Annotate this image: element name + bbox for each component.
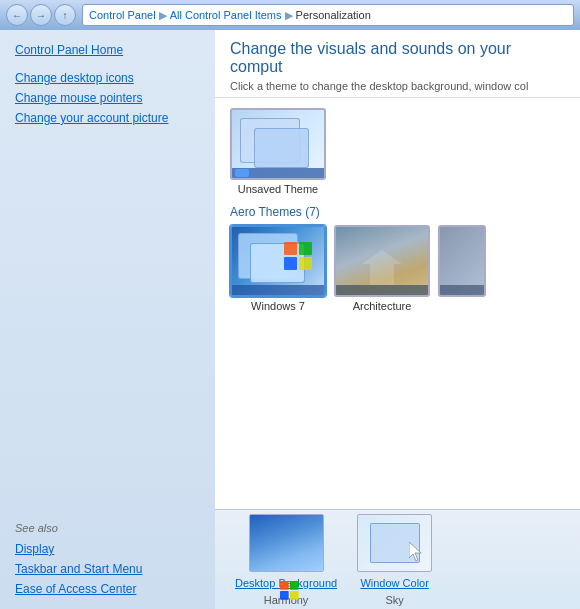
- up-button[interactable]: ↑: [54, 4, 76, 26]
- unsaved-theme-thumb[interactable]: [230, 108, 326, 180]
- cursor-indicator: [409, 542, 423, 565]
- sidebar-home-link[interactable]: Control Panel Home: [0, 40, 215, 60]
- bottom-toolbar: Desktop Background Harmony Wind: [215, 509, 580, 609]
- win7-taskbar: [232, 285, 324, 295]
- nav-buttons: ← → ↑: [6, 4, 76, 26]
- breadcrumb-control-panel[interactable]: Control Panel: [89, 9, 156, 21]
- sidebar-link-desktop-icons[interactable]: Change desktop icons: [0, 68, 215, 88]
- window-color-sublabel: Sky: [385, 594, 403, 606]
- themes-grid: Windows 7 Architecture: [230, 225, 565, 312]
- desktop-background-button[interactable]: Desktop Background Harmony: [235, 514, 337, 606]
- unsaved-section: Unsaved Theme: [230, 108, 565, 195]
- content-subtitle: Click a theme to change the desktop back…: [230, 80, 565, 92]
- content-title: Change the visuals and sounds on your co…: [230, 40, 565, 76]
- back-button[interactable]: ←: [6, 4, 28, 26]
- breadcrumb-current: Personalization: [296, 9, 371, 21]
- main-window: ← → ↑ Control Panel ▶ All Control Panel …: [0, 0, 580, 609]
- windows-flag-logo: [284, 242, 314, 272]
- svg-rect-1: [299, 242, 312, 255]
- sidebar-link-ease-access[interactable]: Ease of Access Center: [0, 579, 215, 599]
- svg-rect-3: [299, 257, 312, 270]
- content-panel: Change the visuals and sounds on your co…: [215, 30, 580, 609]
- aero-section: Aero Themes (7): [230, 205, 565, 312]
- unsaved-theme-item[interactable]: Unsaved Theme: [230, 108, 326, 195]
- architecture-theme-label: Architecture: [353, 300, 412, 312]
- forward-button[interactable]: →: [30, 4, 52, 26]
- windows7-theme-label: Windows 7: [251, 300, 305, 312]
- see-also-label: See also: [0, 512, 215, 539]
- desktop-background-thumb: [249, 514, 324, 572]
- windows7-theme-thumb[interactable]: [230, 225, 326, 297]
- architecture-theme-item[interactable]: Architecture: [334, 225, 430, 312]
- svg-marker-8: [409, 542, 421, 561]
- partial-theme-item[interactable]: [438, 225, 486, 312]
- arch-taskbar: [336, 285, 428, 295]
- window-color-thumb: [357, 514, 432, 572]
- svg-rect-0: [284, 242, 297, 255]
- aero-section-title: Aero Themes (7): [230, 205, 565, 219]
- themes-scroll-area[interactable]: Unsaved Theme Aero Themes (7): [215, 98, 580, 509]
- breadcrumb-all-items[interactable]: All Control Panel Items: [170, 9, 282, 21]
- window-color-button[interactable]: Window Color Sky: [357, 514, 432, 606]
- sidebar-link-account-picture[interactable]: Change your account picture: [0, 108, 215, 128]
- windows7-theme-item[interactable]: Windows 7: [230, 225, 326, 312]
- partial-taskbar: [440, 285, 484, 295]
- themes-area: Unsaved Theme Aero Themes (7): [215, 98, 580, 332]
- architecture-theme-thumb[interactable]: [334, 225, 430, 297]
- sidebar-link-taskbar[interactable]: Taskbar and Start Menu: [0, 559, 215, 579]
- window-color-label[interactable]: Window Color: [360, 577, 428, 589]
- main-area: Control Panel Home Change desktop icons …: [0, 30, 580, 609]
- mini-start-button: [235, 169, 249, 177]
- sidebar-link-display[interactable]: Display: [0, 539, 215, 559]
- mini-window-decoration2: [254, 128, 309, 168]
- svg-rect-2: [284, 257, 297, 270]
- sidebar: Control Panel Home Change desktop icons …: [0, 30, 215, 609]
- partial-theme-thumb[interactable]: [438, 225, 486, 297]
- unsaved-theme-label: Unsaved Theme: [238, 183, 319, 195]
- titlebar: ← → ↑ Control Panel ▶ All Control Panel …: [0, 0, 580, 30]
- arch-building-graphic: [362, 250, 402, 285]
- address-bar[interactable]: Control Panel ▶ All Control Panel Items …: [82, 4, 574, 26]
- sidebar-link-mouse-pointers[interactable]: Change mouse pointers: [0, 88, 215, 108]
- content-header: Change the visuals and sounds on your co…: [215, 30, 580, 98]
